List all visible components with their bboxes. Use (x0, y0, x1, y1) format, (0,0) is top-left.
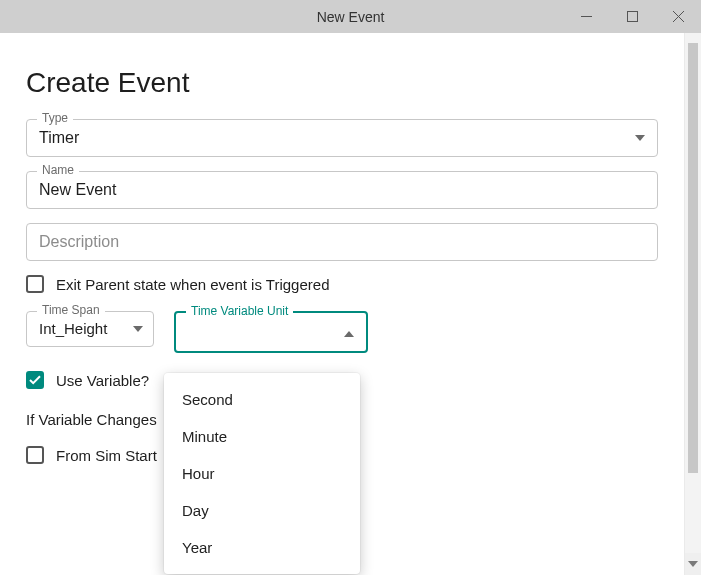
time-unit-select[interactable]: Time Variable Unit (174, 311, 368, 353)
description-placeholder: Description (39, 233, 119, 250)
type-label: Type (37, 111, 73, 125)
time-unit-option[interactable]: Day (164, 492, 360, 529)
svg-rect-1 (627, 12, 637, 22)
exit-parent-row: Exit Parent state when event is Triggere… (26, 275, 658, 293)
chevron-up-icon (344, 323, 354, 341)
scrollbar-down-button[interactable] (685, 553, 701, 575)
exit-parent-label: Exit Parent state when event is Triggere… (56, 276, 329, 293)
chevron-down-icon (688, 561, 698, 567)
exit-parent-checkbox[interactable] (26, 275, 44, 293)
time-unit-option[interactable]: Hour (164, 455, 360, 492)
minimize-button[interactable] (563, 0, 609, 33)
use-variable-label: Use Variable? (56, 372, 149, 389)
name-value: New Event (39, 181, 116, 198)
close-button[interactable] (655, 0, 701, 33)
window: New Event Create Event Type Timer (0, 0, 701, 575)
time-span-value: Int_Height (39, 320, 107, 337)
time-span-select[interactable]: Time Span Int_Height (26, 311, 154, 347)
scrollbar-thumb[interactable] (688, 43, 698, 473)
time-unit-option[interactable]: Second (164, 381, 360, 418)
client-area: Create Event Type Timer Name New Event D… (0, 33, 701, 575)
time-unit-option[interactable]: Year (164, 529, 360, 566)
type-value: Timer (39, 129, 79, 146)
name-input[interactable]: Name New Event (26, 171, 658, 209)
page-title: Create Event (26, 67, 658, 99)
from-sim-start-label: From Sim Start (56, 447, 157, 464)
time-unit-label: Time Variable Unit (186, 304, 293, 318)
chevron-down-icon (133, 326, 143, 332)
name-label: Name (37, 163, 79, 177)
maximize-icon (627, 11, 638, 22)
from-sim-start-checkbox[interactable] (26, 446, 44, 464)
description-input[interactable]: Description (26, 223, 658, 261)
type-select[interactable]: Type Timer (26, 119, 658, 157)
time-unit-dropdown: Second Minute Hour Day Year (164, 373, 360, 574)
time-span-label: Time Span (37, 303, 105, 317)
time-row: Time Span Int_Height Time Variable Unit (26, 311, 658, 353)
chevron-down-icon (635, 135, 645, 141)
minimize-icon (581, 11, 592, 22)
close-icon (673, 11, 684, 22)
content: Create Event Type Timer Name New Event D… (0, 33, 684, 575)
maximize-button[interactable] (609, 0, 655, 33)
vertical-scrollbar[interactable] (684, 33, 701, 575)
window-controls (563, 0, 701, 33)
use-variable-checkbox[interactable] (26, 371, 44, 389)
titlebar: New Event (0, 0, 701, 33)
time-unit-option[interactable]: Minute (164, 418, 360, 455)
